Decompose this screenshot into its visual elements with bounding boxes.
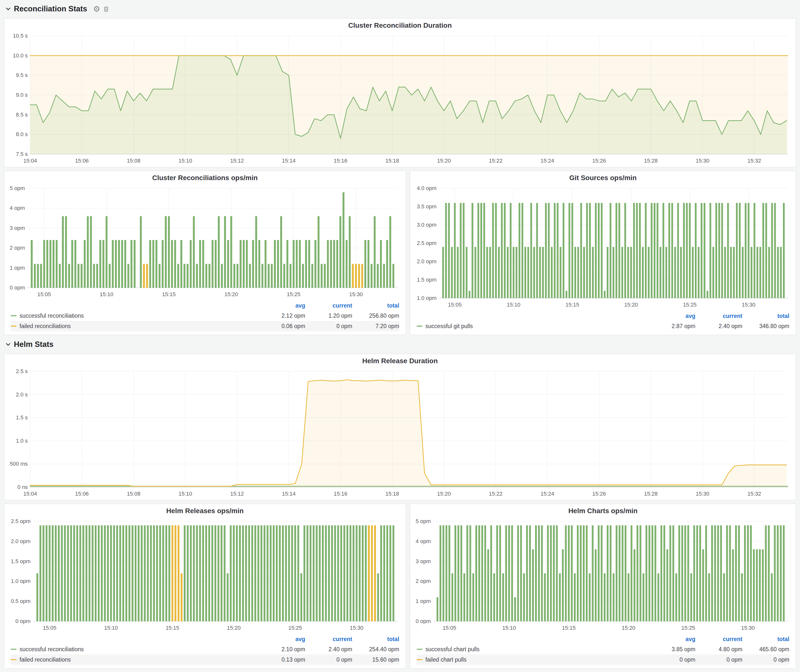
- panel-row: Cluster Reconciliations ops/min 15:0515:…: [4, 171, 796, 335]
- chevron-down-icon[interactable]: [5, 341, 11, 348]
- section-title[interactable]: Reconciliation Stats: [14, 5, 87, 13]
- svg-text:15:14: 15:14: [282, 491, 296, 497]
- legend-stat-total: 256.80 opm: [352, 312, 399, 319]
- svg-text:15:28: 15:28: [644, 491, 658, 497]
- panel-title[interactable]: Cluster Reconciliation Duration: [4, 19, 796, 32]
- legend-stat-total: 0 opm: [742, 656, 789, 663]
- svg-text:15:06: 15:06: [75, 491, 89, 497]
- svg-text:15:22: 15:22: [489, 491, 502, 497]
- legend-col-total[interactable]: total: [742, 636, 789, 643]
- chart-area[interactable]: 15:0415:0615:0815:1015:1215:1415:1615:18…: [7, 32, 793, 166]
- chart-area[interactable]: 15:0415:0615:0815:1015:1215:1415:1615:18…: [7, 368, 793, 499]
- svg-text:8.5 s: 8.5 s: [16, 112, 28, 118]
- svg-text:7.5 s: 7.5 s: [16, 151, 28, 157]
- svg-text:1 opm: 1 opm: [416, 598, 431, 604]
- svg-text:4.0 opm: 4.0 opm: [417, 185, 437, 191]
- legend-series-label[interactable]: failed reconciliations: [19, 323, 71, 330]
- legend-col-current[interactable]: current: [695, 636, 742, 643]
- chart-area[interactable]: 15:0515:1015:1515:2015:2515:301.0 opm1.5…: [413, 185, 793, 310]
- panel-title[interactable]: Helm Charts ops/min: [410, 504, 796, 518]
- svg-text:5 opm: 5 opm: [416, 518, 431, 524]
- svg-text:15:24: 15:24: [541, 491, 554, 497]
- legend-row: successful chart pulls 3.85 opm 4.80 opm…: [417, 644, 789, 654]
- svg-text:1.0 opm: 1.0 opm: [417, 295, 437, 301]
- legend-col-avg[interactable]: avg: [258, 636, 305, 643]
- svg-text:9.0 s: 9.0 s: [16, 92, 28, 98]
- svg-text:15:05: 15:05: [43, 625, 56, 631]
- svg-text:0 ns: 0 ns: [17, 484, 28, 490]
- legend-stat-current: 0 opm: [305, 656, 352, 663]
- svg-text:15:10: 15:10: [179, 158, 192, 164]
- legend-stat-avg: 0.13 opm: [258, 656, 305, 663]
- bar-chart[interactable]: 15:0515:1015:1515:2015:2515:300 opm0.5 o…: [7, 518, 403, 633]
- svg-text:15:18: 15:18: [386, 491, 399, 497]
- legend-row: successful git pulls 2.87 opm 2.40 opm 3…: [417, 321, 789, 331]
- legend-col-current[interactable]: current: [305, 636, 352, 643]
- bar-chart[interactable]: 15:0515:1015:1515:2015:2515:300 opm1 opm…: [7, 185, 403, 299]
- svg-text:0 opm: 0 opm: [10, 285, 25, 291]
- chart-area[interactable]: 15:0515:1015:1515:2015:2515:300 opm0.5 o…: [7, 518, 403, 633]
- svg-text:15:10: 15:10: [179, 491, 192, 497]
- section-header-reconciliation-stats[interactable]: Reconciliation Stats ⚙: [4, 3, 796, 15]
- legend-col-total[interactable]: total: [742, 313, 789, 319]
- legend-series-label[interactable]: failed chart pulls: [426, 656, 467, 663]
- svg-text:15:32: 15:32: [747, 491, 761, 497]
- legend-series-label[interactable]: successful reconciliations: [19, 646, 84, 653]
- svg-text:9.5 s: 9.5 s: [16, 72, 28, 78]
- section-title[interactable]: Helm Stats: [14, 340, 53, 349]
- panel-title[interactable]: Cluster Reconciliations ops/min: [4, 171, 406, 185]
- svg-text:15:24: 15:24: [541, 158, 554, 164]
- legend-col-total[interactable]: total: [352, 636, 399, 643]
- chart-area[interactable]: 15:0515:1015:1515:2015:2515:300 opm1 opm…: [7, 185, 403, 299]
- chevron-down-icon[interactable]: [5, 6, 11, 12]
- trash-icon[interactable]: [102, 5, 110, 13]
- svg-text:15:10: 15:10: [507, 302, 520, 308]
- svg-text:0 opm: 0 opm: [15, 618, 30, 624]
- legend-col-avg[interactable]: avg: [648, 313, 695, 319]
- svg-text:3.5 opm: 3.5 opm: [417, 203, 437, 210]
- svg-text:15:20: 15:20: [437, 491, 451, 497]
- chart-area[interactable]: 15:0515:1015:1515:2015:2515:300 opm1 opm…: [413, 518, 793, 633]
- legend-stat-current: 2.40 opm: [305, 646, 352, 653]
- legend-col-avg[interactable]: avg: [258, 302, 305, 309]
- svg-text:1 opm: 1 opm: [10, 265, 25, 271]
- legend-series-label[interactable]: failed reconciliations: [19, 656, 71, 663]
- svg-text:2.5 s: 2.5 s: [16, 368, 28, 374]
- time-series-chart[interactable]: 15:0415:0615:0815:1015:1215:1415:1615:18…: [7, 32, 793, 166]
- svg-text:1.5 s: 1.5 s: [16, 414, 28, 421]
- svg-text:15:20: 15:20: [224, 291, 238, 298]
- legend-stat-current: 0 opm: [305, 323, 352, 330]
- panel-title[interactable]: Helm Release Duration: [4, 354, 796, 368]
- legend-col-total[interactable]: total: [352, 302, 399, 309]
- legend-series-label[interactable]: successful reconciliations: [19, 312, 84, 319]
- panel-title[interactable]: Git Sources ops/min: [410, 171, 796, 185]
- dashboard: Reconciliation Stats ⚙ Cluster Reconcili…: [0, 0, 800, 672]
- panel-title[interactable]: Helm Releases ops/min: [4, 504, 406, 518]
- svg-text:4 opm: 4 opm: [10, 205, 25, 211]
- svg-text:15:30: 15:30: [741, 625, 755, 631]
- time-series-chart[interactable]: 15:0415:0615:0815:1015:1215:1415:1615:18…: [7, 368, 793, 499]
- panel-git-sources-opm: Git Sources ops/min 15:0515:1015:1515:20…: [410, 171, 796, 335]
- legend-col-avg[interactable]: avg: [648, 636, 695, 643]
- svg-text:15:12: 15:12: [230, 158, 244, 164]
- legend-header: avg current total: [417, 634, 789, 644]
- svg-text:15:30: 15:30: [742, 302, 755, 308]
- legend-stat-total: 15.60 opm: [352, 656, 399, 663]
- section-header-helm-stats[interactable]: Helm Stats: [4, 338, 796, 350]
- svg-text:15:26: 15:26: [592, 491, 606, 497]
- legend-row: failed reconciliations 0.06 opm 0 opm 7.…: [11, 321, 399, 331]
- svg-text:10.0 s: 10.0 s: [13, 53, 28, 59]
- svg-text:2 opm: 2 opm: [10, 245, 25, 251]
- legend-series-label[interactable]: successful chart pulls: [426, 646, 480, 653]
- legend-series-label[interactable]: successful git pulls: [426, 323, 473, 330]
- gear-icon[interactable]: ⚙: [93, 5, 100, 13]
- legend-col-current[interactable]: current: [305, 302, 352, 309]
- svg-text:1.0 opm: 1.0 opm: [11, 578, 31, 584]
- bar-chart[interactable]: 15:0515:1015:1515:2015:2515:300 opm1 opm…: [413, 518, 793, 633]
- legend-col-current[interactable]: current: [695, 313, 742, 319]
- legend-stat-avg: 0.06 opm: [258, 323, 305, 330]
- svg-text:15:06: 15:06: [75, 158, 89, 164]
- bar-chart[interactable]: 15:0515:1015:1515:2015:2515:301.0 opm1.5…: [413, 185, 793, 310]
- legend-header: avg current total: [11, 301, 399, 310]
- svg-text:15:05: 15:05: [448, 302, 462, 308]
